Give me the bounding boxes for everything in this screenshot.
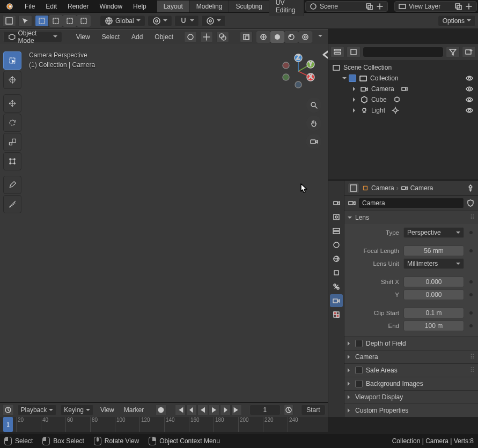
breadcrumb-object[interactable]: Camera [371,184,394,192]
tool-rotate[interactable] [3,114,21,132]
play[interactable] [209,405,219,415]
menu-file[interactable]: File [19,0,40,12]
tree-item-camera[interactable]: Camera [328,84,478,94]
shift-y-value[interactable]: 0.000 [403,289,464,300]
play-reverse[interactable] [197,405,208,415]
start-frame[interactable]: Start [301,405,326,415]
lens-unit-dropdown[interactable]: Millimeters [403,258,464,269]
outliner-display-mode[interactable] [347,46,361,58]
jump-start[interactable] [175,405,186,415]
chevron-left-icon[interactable] [321,50,326,55]
tree-item-light[interactable]: Light [328,105,478,116]
tool-scale[interactable] [3,133,21,151]
timeline-marker[interactable]: Marker [121,406,147,414]
scene-selector[interactable] [305,1,388,12]
axis-gizmo[interactable]: X Y Z [278,51,318,91]
viewlayer-input[interactable] [409,3,452,10]
viewport-3d[interactable]: Camera Perspective (1) Collection | Came… [0,44,328,417]
menu-render[interactable]: Render [62,0,94,12]
panel-lens-header[interactable]: Lens⠿ [344,211,478,224]
panel-safeareas-header[interactable]: Safe Areas⠿ [344,364,478,377]
menu-window[interactable]: Window [94,0,128,12]
shield-icon[interactable] [466,199,475,207]
ptab-constraints[interactable] [330,280,343,293]
menu-select3d[interactable]: Select [98,32,124,42]
object-mode-selector[interactable]: Object Mode [3,31,62,43]
ptab-scene[interactable] [330,238,343,251]
dof-checkbox[interactable] [355,340,363,347]
tree-item-cube[interactable]: Cube [328,94,478,105]
proportional-edit[interactable] [201,15,226,27]
anim-dot[interactable] [469,293,473,296]
outliner-tree[interactable]: Scene Collection Collection Camera [328,60,478,180]
jump-prev-key[interactable] [186,405,197,415]
frame-range-lock[interactable] [284,404,293,416]
snap-toggle[interactable] [174,15,199,27]
ws-sculpting[interactable]: Sculpting [229,1,269,12]
breadcrumb-data[interactable]: Camera [410,184,433,192]
eye-icon[interactable] [465,74,474,83]
shift-x-value[interactable]: 0.000 [403,277,464,287]
shading-rendered[interactable] [298,31,312,43]
eye-icon[interactable] [465,106,474,115]
panel-viewportdisplay-header[interactable]: Viewport Display [344,391,478,404]
select-mode-invert[interactable] [77,15,91,27]
scene-input[interactable] [320,3,363,10]
menu-object3d[interactable]: Object [150,32,178,42]
ws-layout[interactable]: Layout [157,1,190,12]
anim-dot[interactable] [469,324,473,327]
viewlayer-selector[interactable] [394,1,477,12]
outliner-search[interactable] [363,47,444,57]
timeline-ruler[interactable]: 1 20406080100120140160180200220240 [0,417,328,432]
eye-icon[interactable] [465,95,474,104]
ptab-data-camera[interactable] [330,294,343,307]
tool-select-box[interactable] [3,51,21,70]
ws-uvediting[interactable]: UV Editing [269,0,304,16]
panel-bgimages-header[interactable]: Background Images [344,377,478,390]
select-mode-extend[interactable] [35,15,49,27]
menu-edit[interactable]: Edit [40,0,62,12]
tool-transform[interactable] [3,152,21,170]
datablock-name-input[interactable] [358,198,464,208]
anim-dot[interactable] [469,311,473,315]
transform-orientation[interactable]: Global [100,15,145,27]
pan-gizmo[interactable] [306,116,321,131]
focal-length-value[interactable]: 56 mm [403,245,464,256]
cursor-tool-icon[interactable] [18,15,32,27]
visibility-popover[interactable] [184,31,197,43]
select-mode-subtract[interactable] [49,15,63,27]
tree-collection[interactable]: Collection [328,73,478,84]
clip-end-value[interactable]: 100 m [403,320,464,331]
clip-start-value[interactable]: 0.1 m [403,308,464,318]
camera-view-gizmo[interactable] [306,134,321,149]
ptab-texture[interactable] [330,308,343,321]
shading-wireframe[interactable] [256,31,270,43]
browse-scene-icon[interactable] [365,2,373,11]
filter-icon[interactable] [446,46,460,58]
ptab-render[interactable] [330,197,343,210]
menu-help[interactable]: Help [128,0,152,12]
ptab-viewlayer[interactable] [330,225,343,237]
viewport-options[interactable]: Options [438,15,476,27]
ptab-world[interactable] [330,252,343,265]
menu-view3d[interactable]: View [72,32,94,42]
ws-modeling[interactable]: Modeling [190,1,230,12]
pivot-point[interactable] [148,15,172,27]
panel-customprops-header[interactable]: Custom Properties [344,404,478,417]
editor-type-selector[interactable] [2,15,16,27]
ptab-object[interactable] [330,266,343,279]
safeareas-checkbox[interactable] [355,367,363,374]
overlay-popover[interactable] [216,31,229,43]
eye-icon[interactable] [465,85,474,93]
ptab-output[interactable] [330,211,343,223]
menu-add3d[interactable]: Add [127,32,147,42]
timeline-view[interactable]: View [97,406,117,414]
outliner-editor-type[interactable] [330,46,344,58]
timeline-editor-type[interactable] [2,404,14,416]
xray-toggle[interactable] [240,31,253,43]
new-vl-icon[interactable] [465,2,473,11]
autokey-toggle[interactable] [156,405,166,415]
new-collection-icon[interactable] [462,46,476,58]
tool-annotate[interactable] [3,176,21,194]
zoom-gizmo[interactable] [306,98,321,113]
